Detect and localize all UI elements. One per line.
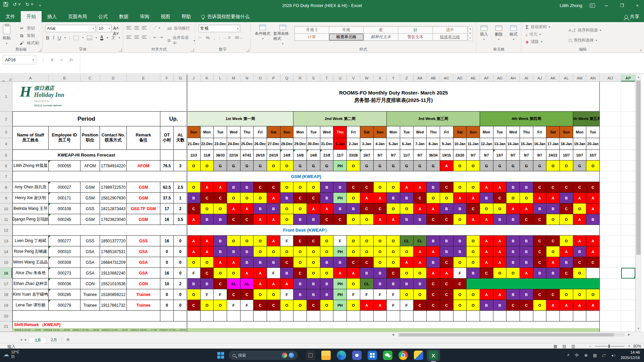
shift-cell-22-Dec[interactable]: O	[201, 257, 214, 268]
date-header-26-Dec[interactable]: 26-Dec	[254, 138, 267, 150]
staff-remark-cell[interactable]: GSM	[127, 182, 160, 193]
shift-cell-6-Jan[interactable]: A	[400, 182, 414, 193]
staff-tel-cell[interactable]: 17889722570	[100, 182, 127, 193]
shift-cell-30-Dec[interactable]: G	[307, 161, 320, 171]
app-icon-shopping[interactable]	[414, 351, 423, 360]
font-color-icon[interactable]: A	[100, 35, 103, 40]
row-header-21[interactable]: 21	[0, 321, 12, 332]
date-header-19-Jan[interactable]: 19-Jan	[573, 138, 587, 150]
shift-cell-5-Jan[interactable]: B	[387, 279, 400, 289]
font-launcher-icon[interactable]	[119, 49, 122, 52]
cell-AP5[interactable]	[621, 150, 635, 161]
empty-day-cell[interactable]	[387, 311, 400, 321]
forecast-cell-23-Dec[interactable]: 38/33	[214, 150, 227, 161]
staff-tel-cell[interactable]: 18212873443	[100, 203, 127, 214]
shift-cell-6-Jan[interactable]: O	[400, 203, 414, 214]
shift-cell-5-Jan[interactable]: O	[387, 236, 400, 246]
app-icon-dark[interactable]	[306, 351, 315, 360]
shift-cell-27-Dec[interactable]: O	[267, 246, 280, 257]
shift-cell-3-Jan[interactable]: C	[360, 257, 374, 268]
forecast-cell-24-Dec[interactable]: 22/16	[227, 150, 240, 161]
staff-al-cell[interactable]: 3	[174, 161, 187, 171]
shift-cell-29-Dec[interactable]: O	[293, 257, 307, 268]
week-band[interactable]: 2nd Week 第二周	[293, 112, 387, 126]
day-header-23-Dec[interactable]: Tue	[214, 126, 227, 138]
day-header-4-Jan[interactable]: Sun	[374, 126, 387, 138]
cell-AP9[interactable]	[621, 193, 635, 203]
date-header-4-Jan[interactable]: 4-Jan	[374, 138, 387, 150]
forecast-cell-17-Jan[interactable]: 24/22	[546, 150, 560, 161]
date-header-24-Dec[interactable]: 24-Dec	[227, 138, 240, 150]
day-header-18-Jan[interactable]: Sun	[560, 126, 573, 138]
shift-cell-14-Jan[interactable]: B	[506, 246, 520, 257]
shift-cell-17-Jan[interactable]: A	[546, 257, 560, 268]
shift-cell-1-Jan[interactable]: B	[333, 203, 347, 214]
menu-tab-公式[interactable]: 公式	[93, 11, 113, 22]
shift-cell-29-Dec[interactable]: O	[293, 300, 307, 311]
align-top-icon[interactable]	[126, 26, 131, 30]
shift-cell-24-Dec[interactable]: O	[227, 236, 240, 246]
staff-al-cell[interactable]: 2	[174, 279, 187, 289]
shift-cell-6-Jan[interactable]: B	[400, 193, 414, 203]
cell-AO17[interactable]	[600, 279, 621, 289]
empty-day-cell[interactable]	[573, 311, 587, 321]
shift-cell-7-Jan[interactable]: A	[414, 182, 427, 193]
staff-pos-cell[interactable]: GSM	[80, 214, 100, 225]
shift-cell-10-Jan[interactable]: A	[453, 193, 467, 203]
header-name[interactable]: Name of Staff员工姓名	[12, 126, 49, 150]
empty-day-cell[interactable]	[187, 311, 201, 321]
date-header-23-Dec[interactable]: 23-Dec	[214, 138, 227, 150]
shift-cell-24-Dec[interactable]: A	[227, 257, 240, 268]
decrease-decimal-icon[interactable]: .00→	[234, 36, 242, 40]
empty-day-cell[interactable]	[240, 311, 254, 321]
day-header-21-Dec[interactable]: Sun	[187, 126, 201, 138]
shift-cell-16-Jan[interactable]: C	[533, 236, 547, 246]
shift-cell-30-Dec[interactable]: O	[307, 246, 320, 257]
staff-al-cell[interactable]: 0	[174, 257, 187, 268]
gallery-scroll-icons[interactable]: ▲▼▾	[468, 26, 473, 41]
column-header-K[interactable]: K	[201, 74, 214, 82]
edge-icon[interactable]	[337, 351, 346, 360]
shift-cell-16-Jan[interactable]: C	[533, 289, 547, 300]
shift-cell-1-Jan[interactable]: PH	[333, 300, 347, 311]
cell-AO6[interactable]	[600, 161, 621, 171]
shift-cell-31-Dec[interactable]: B	[320, 289, 334, 300]
shift-cell-15-Jan[interactable]: B	[520, 246, 533, 257]
staff-name-cell[interactable]: Amy Chen 陈孔燕	[12, 182, 49, 193]
shift-cell-23-Dec[interactable]: B	[214, 246, 227, 257]
staff-tel-cell[interactable]: 15812907630	[100, 193, 127, 203]
shift-cell-23-Dec[interactable]: O	[214, 268, 227, 279]
row-header-18[interactable]: 18	[0, 289, 12, 300]
shift-cell-1-Jan[interactable]: PH	[333, 289, 347, 300]
up-header[interactable]: Up.	[160, 112, 187, 126]
shift-cell-8-Jan[interactable]: B	[427, 257, 440, 268]
empty-day-cell[interactable]	[214, 311, 227, 321]
shift-cell-25-Dec[interactable]: O	[240, 236, 254, 246]
app-icon-blue-grid[interactable]	[368, 351, 377, 360]
day-header-17-Jan[interactable]: Sat	[546, 126, 560, 138]
staff-tel-cell[interactable]: 16684731209	[100, 257, 127, 268]
shift-cell-20-Jan[interactable]: A	[586, 236, 600, 246]
shift-cell-13-Jan[interactable]: G	[493, 161, 507, 171]
start-button[interactable]	[217, 352, 224, 359]
shift-cell-27-Dec[interactable]: F	[267, 268, 280, 279]
column-header-AG[interactable]: AG	[493, 74, 507, 82]
shift-cell-17-Jan[interactable]: A	[546, 193, 560, 203]
day-header-9-Jan[interactable]: Fri	[440, 126, 453, 138]
cell-AP6[interactable]	[621, 161, 635, 171]
shift-cell-3-Jan[interactable]: A	[360, 300, 374, 311]
confirm-entry-icon[interactable]: ✓	[60, 57, 64, 62]
shift-cell-18-Jan[interactable]: O	[560, 289, 573, 300]
shift-cell-16-Jan[interactable]: C	[533, 257, 547, 268]
shift-cell-12-Jan[interactable]: B	[480, 300, 493, 311]
shift-cell-7-Jan[interactable]: C	[414, 300, 427, 311]
date-header-17-Jan[interactable]: 17-Jan	[546, 138, 560, 150]
shift-cell-20-Jan[interactable]: B	[586, 214, 600, 225]
shift-cell-23-Dec[interactable]: B	[214, 236, 227, 246]
shift-cell-8-Jan[interactable]: C	[427, 214, 440, 225]
forecast-cell-15-Jan[interactable]: 9/7	[520, 150, 533, 161]
staff-tel-cell[interactable]: 18501377720	[100, 236, 127, 246]
cell-AO3[interactable]	[600, 126, 621, 138]
shift-cell-10-Jan[interactable]: O	[453, 182, 467, 193]
shift-cell-1-Jan[interactable]: B	[333, 182, 347, 193]
